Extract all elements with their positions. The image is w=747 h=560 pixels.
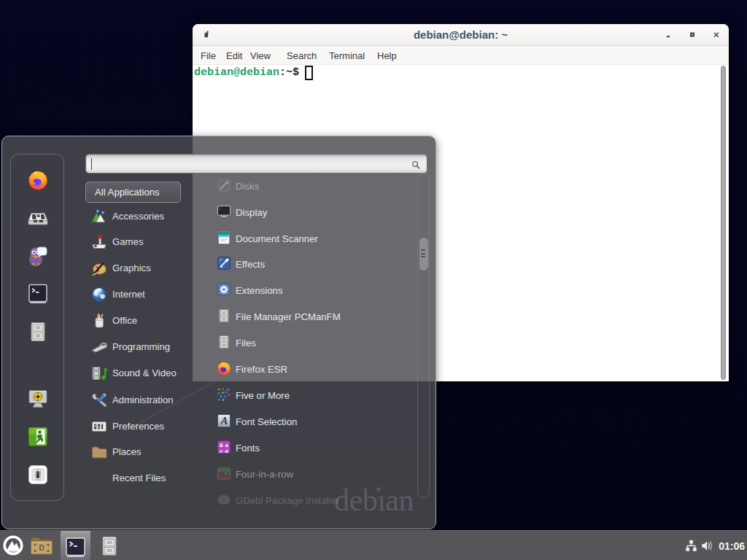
svg-text:A: A	[220, 415, 228, 427]
svg-text:a: a	[220, 447, 222, 454]
svg-text:D: D	[39, 544, 44, 552]
